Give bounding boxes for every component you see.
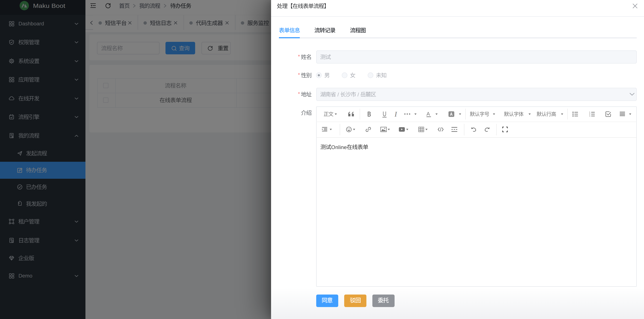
svg-text:2: 2: [589, 113, 590, 115]
svg-text:3: 3: [589, 115, 590, 117]
